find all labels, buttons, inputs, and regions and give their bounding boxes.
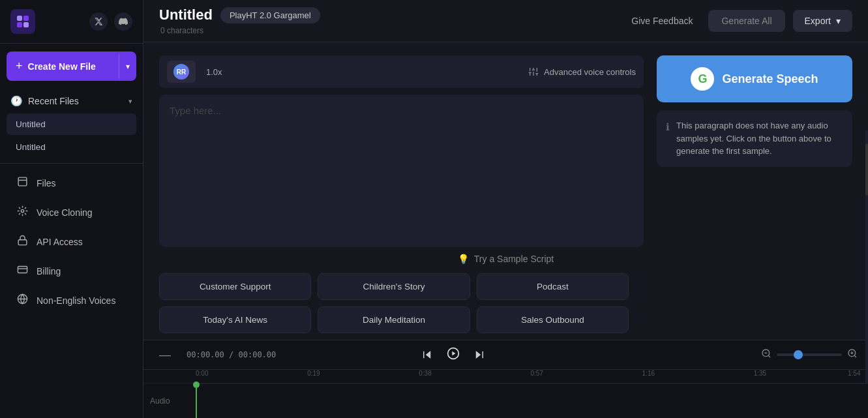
script-buttons-grid: Customer Support Children's Story Podcas… [159, 273, 629, 333]
non-english-nav-label: Non-English Voices [37, 295, 115, 306]
editor-section: RR 1.0x Advanced voice controls [143, 42, 868, 254]
script-btn-sales-outbound[interactable]: Sales Outbound [477, 306, 629, 333]
chevron-down-icon: ▾ [128, 97, 132, 106]
svg-rect-1 [23, 16, 29, 21]
ruler-mark-6: 1:54 [848, 370, 860, 377]
current-time: 00:00.00 [187, 350, 224, 359]
files-nav-label: Files [37, 178, 56, 188]
track-content[interactable] [196, 383, 868, 418]
generate-icon: G [691, 67, 714, 91]
play-button[interactable] [447, 347, 460, 363]
info-text: This paragraph does not have any audio s… [676, 119, 843, 158]
file-item-1[interactable]: Untitled [7, 113, 136, 135]
plus-icon: + [16, 59, 23, 73]
generate-speech-button[interactable]: G Generate Speech [657, 55, 852, 102]
create-dropdown-arrow[interactable]: ▾ [119, 54, 136, 79]
create-main-button[interactable]: + Create New File [7, 52, 119, 81]
character-count: 0 characters [160, 26, 320, 35]
ruler-mark-3: 0:57 [530, 370, 543, 377]
topbar: Untitled PlayHT 2.0 Gargamel 0 character… [143, 0, 868, 42]
twitter-icon[interactable] [89, 12, 108, 31]
svg-rect-2 [17, 22, 22, 27]
title-area: Untitled PlayHT 2.0 Gargamel 0 character… [159, 7, 320, 35]
ruler-mark-4: 1:16 [642, 370, 655, 377]
info-box: ℹ This paragraph does not have any audio… [657, 110, 852, 167]
svg-marker-21 [452, 351, 455, 355]
speed-badge[interactable]: 1.0x [206, 67, 222, 77]
svg-rect-4 [18, 177, 27, 186]
api-access-icon [16, 235, 29, 248]
sidebar-item-voice-cloning[interactable]: Voice Cloning [7, 198, 136, 226]
svg-marker-18 [425, 351, 430, 359]
script-btn-daily-meditation[interactable]: Daily Meditation [318, 306, 470, 333]
script-btn-childrens-story[interactable]: Children's Story [318, 273, 470, 300]
svg-rect-7 [18, 267, 27, 273]
sample-scripts-section: 💡 Try a Sample Script Customer Support C… [143, 254, 868, 340]
editor-left: RR 1.0x Advanced voice controls [159, 55, 644, 247]
script-btn-podcast[interactable]: Podcast [477, 273, 629, 300]
lightbulb-icon: 💡 [458, 254, 469, 264]
editor-placeholder: Type here... [170, 105, 221, 116]
export-label: Export [805, 16, 831, 26]
page-title: Untitled [159, 7, 213, 23]
ruler-mark-0: 0:00 [196, 370, 208, 377]
sidebar-item-files[interactable]: Files [7, 169, 136, 197]
time-display: 00:00.00 / 00:00.00 [187, 350, 276, 359]
main-content: Untitled PlayHT 2.0 Gargamel 0 character… [143, 0, 868, 418]
zoom-out-button[interactable] [761, 348, 771, 361]
generate-all-button[interactable]: Generate All [708, 10, 785, 32]
app-logo [10, 9, 35, 34]
content-area: RR 1.0x Advanced voice controls [143, 42, 868, 418]
timeline-controls: — 00:00.00 / 00:00.00 [143, 340, 868, 370]
voice-selector[interactable]: RR [167, 61, 196, 83]
voice-avatar: RR [173, 64, 189, 80]
sidebar-scroll: 🕐 Recent Files ▾ Untitled Untitled Files… [0, 89, 143, 418]
sample-scripts-title: 💡 Try a Sample Script [159, 254, 852, 264]
sidebar-item-non-english[interactable]: Non-English Voices [7, 286, 136, 314]
recent-files-section: 🕐 Recent Files ▾ Untitled Untitled [0, 89, 143, 158]
text-editor[interactable]: Type here... [159, 95, 644, 247]
give-feedback-button[interactable]: Give Feedback [623, 10, 700, 31]
billing-nav-label: Billing [37, 266, 61, 276]
social-links [89, 12, 132, 31]
create-new-file-button[interactable]: + Create New File ▾ [7, 52, 136, 81]
info-icon: ℹ [666, 120, 670, 158]
zoom-controls [761, 348, 858, 361]
svg-line-28 [854, 355, 856, 357]
recent-files-label: Recent Files [28, 96, 79, 106]
discord-icon[interactable] [114, 12, 132, 31]
editor-right-panel: G Generate Speech ℹ This paragraph does … [657, 55, 852, 247]
voice-model-badge[interactable]: PlayHT 2.0 Gargamel [220, 7, 320, 23]
zoom-in-button[interactable] [847, 348, 858, 361]
timeline-collapse-button[interactable]: — [154, 348, 176, 362]
advanced-controls-button[interactable]: Advanced voice controls [528, 67, 636, 77]
sidebar-item-billing[interactable]: Billing [7, 257, 136, 285]
recent-files-icon: 🕐 [10, 95, 23, 107]
zoom-slider[interactable] [777, 353, 842, 356]
sidebar-item-api-access[interactable]: API Access [7, 228, 136, 256]
audio-timeline: — 00:00.00 / 00:00.00 [143, 340, 868, 418]
voice-cloning-nav-label: Voice Cloning [37, 207, 93, 218]
generate-speech-label: Generate Speech [722, 72, 818, 86]
advanced-controls-label: Advanced voice controls [544, 67, 636, 77]
recent-files-header[interactable]: 🕐 Recent Files ▾ [7, 89, 136, 113]
track-row: Audio [143, 383, 868, 418]
track-label: Audio [143, 383, 196, 418]
export-button[interactable]: Export ▾ [793, 10, 852, 32]
export-chevron-icon: ▾ [836, 16, 841, 26]
ruler-mark-2: 0:38 [419, 370, 431, 377]
ruler-track: 0:00 0:19 0:38 0:57 1:16 1:35 1:54 [196, 370, 868, 383]
voice-cloning-icon [16, 205, 29, 219]
script-btn-customer-support[interactable]: Customer Support [159, 273, 311, 300]
sidebar-divider-1 [0, 163, 143, 164]
voice-initials: RR [177, 68, 186, 76]
sliders-icon [528, 67, 539, 77]
svg-rect-3 [23, 22, 29, 27]
skip-forward-button[interactable] [470, 346, 488, 364]
script-btn-ai-news[interactable]: Today's AI News [159, 306, 311, 333]
skip-back-button[interactable] [418, 346, 436, 364]
playhead-handle [193, 381, 200, 388]
file-item-2[interactable]: Untitled [7, 136, 136, 158]
ruler-mark-1: 0:19 [307, 370, 320, 377]
svg-rect-0 [17, 16, 22, 21]
